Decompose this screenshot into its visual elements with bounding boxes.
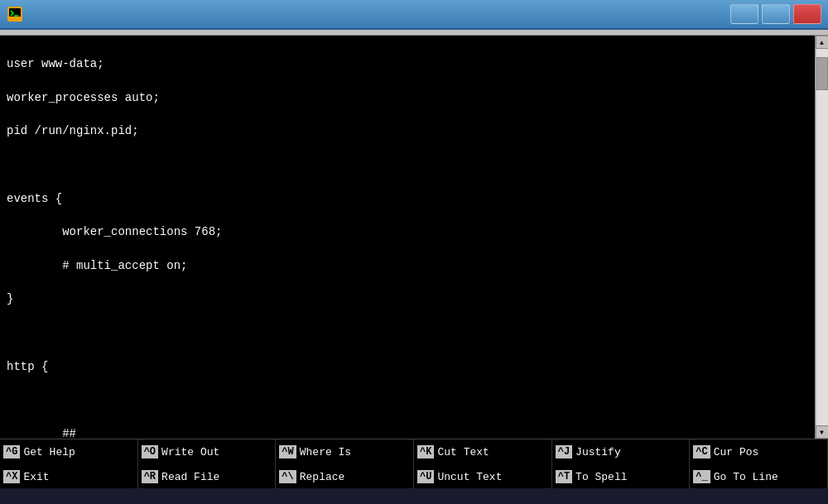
footer-label: Go To Line <box>714 471 778 483</box>
footer-shortcut: ^\ <box>279 470 296 483</box>
nano-footer: ^GGet Help^OWrite Out^WWhere Is^KCut Tex… <box>0 439 828 488</box>
footer-shortcut: ^K <box>417 445 434 458</box>
titlebar-left <box>7 6 28 22</box>
footer-label: Replace <box>300 471 345 483</box>
footer-shortcut: ^C <box>693 445 710 458</box>
footer-shortcut: ^O <box>142 445 158 458</box>
footer-item-1-0[interactable]: ^XExit <box>0 464 138 489</box>
footer-item-0-5[interactable]: ^CCur Pos <box>690 439 828 464</box>
footer-shortcut: ^U <box>417 470 434 483</box>
footer-label: Cut Text <box>437 446 489 458</box>
footer-shortcut: ^W <box>279 445 296 458</box>
footer-row-2: ^XExit^RRead File^\Replace^UUncut Text^T… <box>0 464 828 489</box>
footer-shortcut: ^X <box>3 470 20 483</box>
footer-item-0-2[interactable]: ^WWhere Is <box>276 439 414 464</box>
blank-line-11 <box>7 391 808 408</box>
code-line-7: # multi_accept on; <box>7 257 808 274</box>
maximize-button[interactable] <box>762 4 790 24</box>
footer-item-0-1[interactable]: ^OWrite Out <box>138 439 277 464</box>
scroll-down-button[interactable]: ▼ <box>816 425 829 439</box>
scrollbar[interactable]: ▲ ▼ <box>815 36 828 439</box>
footer-shortcut: ^T <box>556 470 572 483</box>
footer-row-1: ^GGet Help^OWrite Out^WWhere Is^KCut Tex… <box>0 439 828 464</box>
code-line-12: ## <box>7 425 808 439</box>
scrollbar-track[interactable] <box>816 49 828 425</box>
titlebar <box>0 0 828 30</box>
nano-header-bar <box>0 30 828 36</box>
footer-item-0-4[interactable]: ^JJustify <box>552 439 691 464</box>
footer-label: Where Is <box>300 446 351 458</box>
code-line-6: worker_connections 768; <box>7 223 808 240</box>
footer-item-0-0[interactable]: ^GGet Help <box>0 439 138 464</box>
window-controls <box>730 4 821 24</box>
code-line-3: pid /run/nginx.pid; <box>7 122 808 139</box>
scrollbar-thumb[interactable] <box>816 57 828 90</box>
footer-item-1-3[interactable]: ^UUncut Text <box>414 464 552 489</box>
footer-shortcut: ^_ <box>693 470 710 483</box>
blank-line-9 <box>7 324 808 341</box>
footer-label: Uncut Text <box>437 471 502 483</box>
footer-label: Cur Pos <box>714 446 759 458</box>
footer-label: Read File <box>161 471 219 483</box>
footer-item-1-1[interactable]: ^RRead File <box>138 464 277 489</box>
code-line-10: http { <box>7 358 808 375</box>
footer-label: Justify <box>575 446 621 458</box>
footer-label: Write Out <box>161 446 219 458</box>
terminal-icon <box>7 6 23 22</box>
scroll-up-button[interactable]: ▲ <box>816 36 829 49</box>
blank-line-4 <box>7 156 808 173</box>
footer-item-1-2[interactable]: ^\Replace <box>276 464 414 489</box>
code-line-5: events { <box>7 190 808 207</box>
footer-item-0-3[interactable]: ^KCut Text <box>414 439 552 464</box>
code-line-1: user www-data; <box>7 55 808 72</box>
footer-item-1-4[interactable]: ^TTo Spell <box>552 464 691 489</box>
code-line-8: } <box>7 290 808 307</box>
close-button[interactable] <box>793 4 821 24</box>
footer-shortcut: ^J <box>556 445 572 458</box>
editor-content[interactable]: user www-data; worker_processes auto; pi… <box>0 36 815 439</box>
footer-label: To Spell <box>575 471 627 483</box>
footer-shortcut: ^G <box>3 445 20 458</box>
code-line-2: worker_processes auto; <box>7 89 808 106</box>
footer-item-1-5[interactable]: ^_Go To Line <box>690 464 828 489</box>
footer-shortcut: ^R <box>142 470 158 483</box>
footer-label: Get Help <box>23 446 75 458</box>
minimize-button[interactable] <box>730 4 758 24</box>
editor-container: user www-data; worker_processes auto; pi… <box>0 36 828 439</box>
footer-label: Exit <box>23 471 49 483</box>
